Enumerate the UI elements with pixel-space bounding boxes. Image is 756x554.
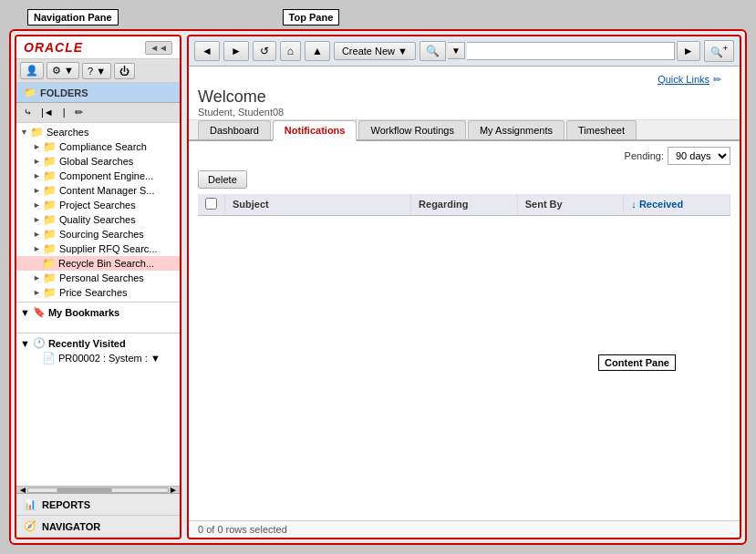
right-pane: ◄ ► ↺ ⌂ ▲ Create New ▼ 🔍 ▼ ► [187,35,741,539]
bookmarks-label: My Bookmarks [48,307,119,318]
compliance-expand-icon: ► [33,142,41,151]
nav-help-btn[interactable]: ? ▼ [82,63,111,79]
create-new-label: Create New [342,46,395,56]
search-forward-button[interactable]: ► [677,41,700,61]
tree-item-quality[interactable]: ► 📁 Quality Searches [16,212,180,227]
tree-item-pr00002[interactable]: 📄 PR00002 : System : ▼ [16,351,180,365]
back-button[interactable]: ◄ [194,41,220,61]
col-header-sentby[interactable]: Sent By [517,194,624,216]
tab-bar: Dashboard Notifications Workflow Routing… [189,120,740,141]
folders-tool-icon-separator: | [59,105,69,120]
nav-reports-item[interactable]: 📊 REPORTS [16,494,180,516]
folders-label: FOLDERS [40,87,88,98]
bookmarks-section[interactable]: ▼ 🔖 My Bookmarks [16,304,180,320]
notifications-empty-area: Content Pane [198,216,730,398]
up-button[interactable]: ▲ [305,41,330,61]
refresh-button[interactable]: ↺ [253,41,276,61]
global-folder-icon: 📁 [43,155,57,168]
quality-expand-icon: ► [33,215,41,224]
search-type-dropdown[interactable]: ▼ [448,42,465,59]
component-expand-icon: ► [33,171,41,180]
search-input[interactable] [467,42,675,60]
select-all-checkbox[interactable] [205,198,217,210]
search-icon-button[interactable]: 🔍 [419,41,446,61]
tree-item-price[interactable]: ► 📁 Price Searches [16,285,180,300]
tree-label-recycle: Recycle Bin Search... [58,258,154,269]
reports-icon: 📊 [24,498,36,510]
welcome-subtitle: Student, Student08 [198,107,730,118]
recently-visited-section[interactable]: ▼ 🕐 Recently Visited [16,335,180,351]
nav-pane-label: Navigation Pane [27,9,119,26]
home-button[interactable]: ⌂ [280,41,301,61]
nav-power-btn[interactable]: ⏻ [114,63,135,79]
tree-label-sourcing: Sourcing Searches [59,229,144,240]
content-folder-icon: 📁 [43,184,57,197]
tree-label-quality: Quality Searches [59,214,136,225]
welcome-title: Welcome [198,87,730,107]
tree-item-project[interactable]: ► 📁 Project Searches [16,198,180,212]
project-folder-icon: 📁 [43,199,57,211]
tree-item-content[interactable]: ► 📁 Content Manager S... [16,183,180,198]
quality-folder-icon: 📁 [43,213,57,226]
content-area: Quick Links ✏ Welcome Student, Student08… [189,67,740,538]
navigator-icon: 🧭 [24,520,36,532]
folders-tool-icon-1[interactable]: ⤷ [20,105,36,120]
delete-button[interactable]: Delete [198,170,247,189]
nav-navigator-item[interactable]: 🧭 NAVIGATOR [16,516,180,538]
global-expand-icon: ► [33,157,41,166]
sourcing-expand-icon: ► [33,230,41,239]
navigator-label: NAVIGATOR [42,521,100,532]
recently-expand-icon: ▼ [20,338,30,349]
recently-icon: 🕐 [33,337,46,349]
create-new-arrow-icon: ▼ [398,46,408,56]
hscroll-thumb [57,488,112,492]
tab-notifications[interactable]: Notifications [273,120,357,141]
folders-header: 📁 FOLDERS [16,83,180,103]
quick-links-edit-icon[interactable]: ✏ [713,74,721,86]
col-header-subject[interactable]: Subject [225,194,411,216]
personal-folder-icon: 📁 [43,272,57,284]
top-pane-label: Top Pane [283,9,340,26]
reports-label: REPORTS [42,499,90,510]
tab-assignments[interactable]: My Assignments [468,120,564,139]
pr-doc-icon: 📄 [42,352,56,364]
nav-hscroll[interactable]: ◄ ► [16,486,180,493]
forward-button[interactable]: ► [223,41,249,61]
tree-item-recycle[interactable]: 📁 Recycle Bin Search... [16,256,180,271]
notifications-content: Pending: 90 days 30 days 60 days All Del… [189,141,740,520]
tree-label-project: Project Searches [59,200,136,210]
tree-item-personal[interactable]: ► 📁 Personal Searches [16,271,180,285]
tree-item-searches[interactable]: ▼ 📁 Searches [16,125,180,139]
hscroll-track[interactable] [27,487,169,493]
notifications-table: Subject Regarding Sent By ↓ Received [198,194,730,216]
content-pane-callout: Content Pane [598,354,676,371]
sourcing-folder-icon: 📁 [43,228,57,241]
create-new-button[interactable]: Create New ▼ [334,42,416,60]
component-folder-icon: 📁 [43,169,57,182]
pending-select[interactable]: 90 days 30 days 60 days All [668,147,730,165]
tree-item-sourcing[interactable]: ► 📁 Sourcing Searches [16,227,180,241]
tab-timesheet[interactable]: Timesheet [566,120,637,139]
tree-item-global[interactable]: ► 📁 Global Searches [16,154,180,169]
folders-tool-icon-2[interactable]: |◄ [37,105,57,120]
tree-label-component: Component Engine... [59,170,153,181]
nav-tree: ▼ 📁 Searches ► 📁 Compliance Search ► 📁 G… [16,123,180,486]
search-plus-button[interactable]: 🔍+ [704,40,734,62]
tree-label-searches: Searches [47,127,88,138]
tree-item-compliance[interactable]: ► 📁 Compliance Search [16,139,180,154]
nav-collapse-button[interactable]: ◄◄ [145,41,172,55]
nav-user-btn[interactable]: 👤 [20,62,44,79]
tree-item-component[interactable]: ► 📁 Component Engine... [16,169,180,183]
searches-expand-icon: ▼ [20,128,28,137]
quick-links-label: Quick Links [658,74,709,85]
tab-workflow[interactable]: Workflow Routings [358,120,466,139]
compliance-folder-icon: 📁 [43,140,57,153]
recently-visited-label: Recently Visited [48,338,126,349]
col-header-regarding[interactable]: Regarding [411,194,518,216]
folders-edit-icon[interactable]: ✏ [71,105,87,120]
tab-dashboard[interactable]: Dashboard [198,120,271,139]
tree-item-supplier[interactable]: ► 📁 Supplier RFQ Searc... [16,241,180,256]
col-header-received[interactable]: ↓ Received [624,194,730,216]
navigation-pane: ORACLE ◄◄ 👤 ⚙ ▼ ? ▼ ⏻ 📁 FOLDERS ⤷ |◄ | ✏ [15,35,181,539]
nav-settings-btn[interactable]: ⚙ ▼ [47,62,79,79]
